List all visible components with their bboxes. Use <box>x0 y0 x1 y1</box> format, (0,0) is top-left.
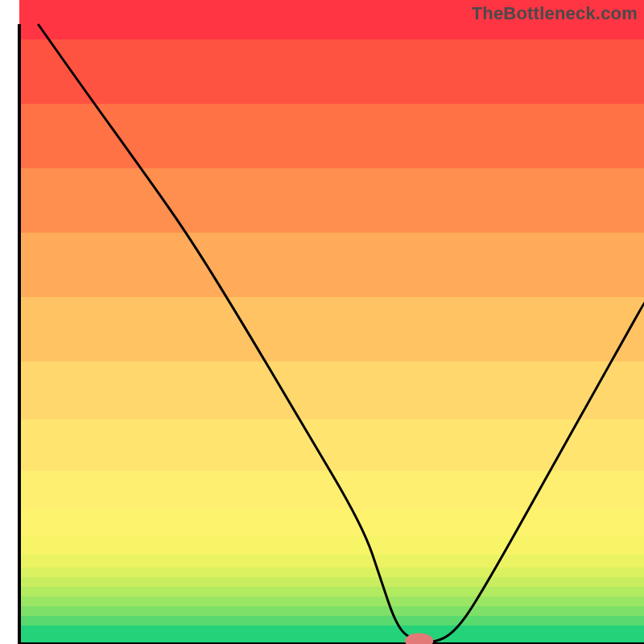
svg-rect-14 <box>19 232 644 297</box>
svg-rect-0 <box>19 625 644 644</box>
svg-rect-10 <box>19 470 644 510</box>
svg-rect-11 <box>19 419 644 471</box>
svg-rect-2 <box>19 605 644 616</box>
gradient-background <box>19 0 644 644</box>
svg-rect-4 <box>19 586 644 597</box>
svg-rect-3 <box>19 596 644 606</box>
svg-rect-1 <box>19 615 644 625</box>
svg-rect-7 <box>19 554 644 568</box>
chart-svg <box>0 0 644 644</box>
svg-rect-6 <box>19 567 644 577</box>
svg-rect-12 <box>19 361 644 419</box>
chart-container: TheBottleneck.com <box>0 0 644 644</box>
svg-rect-8 <box>19 535 644 555</box>
svg-rect-16 <box>19 103 644 168</box>
svg-rect-9 <box>19 509 644 535</box>
watermark: TheBottleneck.com <box>472 3 638 24</box>
svg-rect-5 <box>19 576 644 587</box>
svg-rect-17 <box>19 39 644 104</box>
svg-rect-15 <box>19 167 644 233</box>
svg-rect-13 <box>19 296 644 361</box>
